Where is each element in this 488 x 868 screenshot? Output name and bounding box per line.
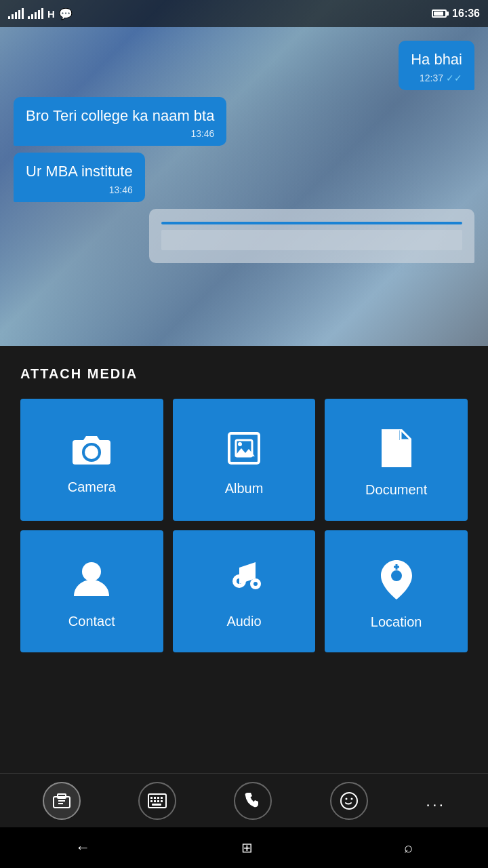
action-bar: ... — [0, 773, 488, 827]
document-tile[interactable]: Document — [325, 399, 468, 521]
document-icon — [382, 429, 411, 473]
delivered-icon-1: ✓✓ — [446, 73, 462, 83]
message-list: Ha bhai 12:37 ✓✓ Bro Teri college ka naa… — [0, 27, 488, 270]
contact-icon — [74, 561, 109, 604]
audio-icon — [227, 561, 261, 604]
location-label: Location — [371, 614, 422, 630]
message-bubble-loading — [149, 209, 474, 263]
svg-point-27 — [350, 797, 352, 800]
svg-rect-21 — [154, 800, 156, 802]
audio-tile[interactable]: Audio — [173, 530, 316, 652]
svg-point-2 — [238, 442, 242, 446]
camera-tile[interactable]: Camera — [20, 399, 163, 521]
message-text-2: Bro Teri college ka naam bta — [26, 106, 214, 126]
message-text-1: Ha bhai — [411, 50, 462, 70]
message-bubble-in-3: Ur MBA institute 13:46 — [14, 153, 145, 202]
search-button[interactable]: ⌕ — [397, 832, 420, 863]
signal-bars-1 — [8, 8, 24, 19]
status-right: 16:36 — [432, 7, 480, 20]
media-grid: Camera Album — [20, 399, 468, 652]
svg-point-26 — [345, 797, 347, 800]
svg-point-25 — [341, 793, 357, 809]
message-bubble-in-2: Bro Teri college ka naam bta 13:46 — [14, 97, 226, 146]
keyboard-button[interactable] — [138, 782, 176, 820]
message-bubble-out-1: Ha bhai 12:37 ✓✓ — [399, 41, 474, 90]
album-tile[interactable]: Album — [173, 399, 316, 521]
message-meta-1: 12:37 ✓✓ — [411, 73, 462, 83]
camera-icon — [73, 432, 110, 470]
svg-rect-24 — [152, 804, 161, 806]
message-time-2: 13:46 — [190, 128, 214, 139]
message-time-3: 13:46 — [109, 184, 133, 195]
svg-rect-0 — [229, 433, 259, 463]
emoji-button[interactable] — [330, 782, 368, 820]
attach-media-title: ATTACH MEDIA — [20, 366, 468, 382]
album-label: Album — [225, 481, 264, 496]
attach-media-panel: ATTACH MEDIA Camera Album — [0, 346, 488, 773]
contact-tile[interactable]: Contact — [20, 530, 163, 652]
document-label: Document — [365, 482, 427, 498]
message-time-1: 12:37 — [420, 73, 443, 83]
svg-point-6 — [82, 562, 101, 581]
back-button[interactable]: ← — [68, 832, 97, 863]
message-meta-3: 13:46 — [26, 184, 133, 195]
svg-rect-19 — [161, 797, 163, 799]
windows-nav-bar: ← ⊞ ⌕ — [0, 827, 488, 868]
more-options-button[interactable]: ... — [426, 791, 445, 810]
svg-rect-22 — [157, 800, 159, 802]
status-bar: H 💬 16:36 — [0, 0, 488, 27]
camera-label: Camera — [68, 479, 116, 495]
message-icon: 💬 — [59, 7, 73, 20]
message-text-3: Ur MBA institute — [26, 162, 133, 182]
album-icon — [226, 431, 262, 471]
svg-rect-23 — [161, 800, 163, 802]
location-tile[interactable]: Location — [325, 530, 468, 652]
contact-label: Contact — [68, 614, 115, 629]
audio-label: Audio — [226, 614, 261, 629]
status-left: H 💬 — [8, 7, 73, 20]
call-button[interactable] — [234, 782, 272, 820]
svg-rect-16 — [150, 797, 152, 799]
network-type: H — [47, 8, 55, 20]
attach-button[interactable] — [43, 782, 81, 820]
clock: 16:36 — [452, 7, 480, 20]
home-button[interactable]: ⊞ — [235, 833, 260, 863]
svg-rect-18 — [157, 797, 159, 799]
svg-rect-20 — [150, 800, 152, 802]
message-meta-2: 13:46 — [26, 128, 214, 139]
signal-bars-2 — [28, 8, 43, 19]
loading-bar — [161, 222, 462, 224]
svg-rect-17 — [154, 797, 156, 799]
location-icon — [381, 560, 412, 605]
svg-point-8 — [253, 582, 258, 586]
battery-icon — [432, 9, 447, 18]
